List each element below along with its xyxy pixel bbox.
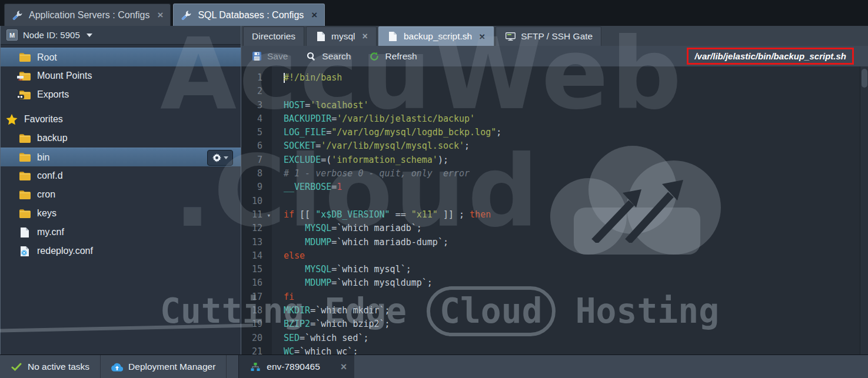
line-number: 5 [241,126,272,139]
folder-icon [19,134,31,143]
folder-icon [19,153,31,162]
item-settings-button[interactable] [207,150,233,166]
tab-application-servers-configs[interactable]: Application Servers : Configs × [4,4,171,26]
terminal-monitor-icon [504,32,516,41]
file-path: /var/lib/jelastic/bin/backup_script.sh [694,51,846,61]
line-number: 4 [241,112,272,126]
mysql-node-icon: M [6,29,18,41]
tree-item-mount-points[interactable]: Mount Points [1,66,241,85]
line-number: 12 [241,222,272,235]
tree-item-bin[interactable]: bin [1,148,241,166]
code-area[interactable]: #!/bin/bashHOST='localhost'BACKUPDIR='/v… [272,66,868,354]
file-tabbar: Directories mysql × backup_script.sh × [241,26,868,46]
tab-directories[interactable]: Directories [243,26,304,46]
code-line [284,85,868,98]
code-line: BZIP2=`which bzip2`; [284,317,868,331]
editor-scrollbar[interactable] [860,66,868,354]
status-bar: No active tasks Deployment Manager env-7… [0,354,868,378]
window-tabbar: Application Servers : Configs × SQL Data… [0,0,868,26]
tree-item-keys[interactable]: keys [1,204,241,223]
refresh-button[interactable]: Refresh [368,51,417,62]
tree-item-label: my.cnf [37,227,64,237]
close-icon[interactable]: × [157,10,163,20]
tab-mysql[interactable]: mysql × [306,26,377,46]
tree-item-label: backup [37,133,68,143]
code-line: BACKUPDIR='/var/lib/jelastic/backup' [284,112,868,126]
search-icon [305,52,317,61]
directory-tree: RootMount PointsExportsFavoritesbackupbi… [1,45,241,260]
tree-item-backup[interactable]: backup [1,129,241,148]
line-number-gutter: 1234567891011▾12131415161718192021 [241,66,272,354]
code-line [284,195,868,208]
tab-sql-databases-configs[interactable]: SQL Databases : Configs × [173,4,325,26]
tab-backup-script[interactable]: backup_script.sh × [378,26,494,46]
tab-label: SQL Databases : Configs [198,10,304,21]
tree-item-favorites[interactable]: Favorites [1,110,241,129]
tree-item-label: Mount Points [37,71,92,81]
folder-icon [19,53,31,62]
save-button[interactable]: Save [251,51,288,62]
config-panel: Directories mysql × backup_script.sh × [241,26,868,354]
file-icon [315,32,327,41]
tree-item-root[interactable]: Root [1,48,241,66]
check-icon [11,363,22,371]
refresh-icon [368,52,380,61]
line-number: 1 [241,71,272,85]
code-line: MDUMP=`which mariadb-dump`; [284,236,868,249]
close-icon[interactable]: × [341,362,347,372]
tree-item-cron[interactable]: cron [1,185,241,204]
tree-item-redeploy-conf[interactable]: redeploy.conf [1,242,241,260]
close-icon[interactable]: × [363,32,368,41]
tree-item-label: redeploy.conf [37,246,93,256]
close-icon[interactable]: × [311,10,317,20]
file-gear-icon [19,246,31,256]
file-icon [387,32,399,41]
deployment-manager-button[interactable]: Deployment Manager [101,355,227,378]
search-label: Search [322,51,351,62]
code-editor[interactable]: 1234567891011▾12131415161718192021 #!/bi… [241,66,868,354]
wrench-icon [181,10,192,21]
code-line: fi [284,290,868,304]
environment-topology-icon [250,363,261,372]
line-number: 2 [241,85,272,98]
code-line: MKDIR=`which mkdir`; [284,304,868,317]
tasks-label: No active tasks [28,362,89,372]
node-selector[interactable]: M Node ID: 5905 [1,26,241,45]
line-number: 19 [241,317,272,331]
tab-sftp-ssh-gate[interactable]: SFTP / SSH Gate [495,26,601,46]
line-number: 21 [241,345,272,354]
tasks-status[interactable]: No active tasks [0,355,101,378]
fold-toggle-icon[interactable]: ▾ [267,209,271,222]
line-number: 11▾ [241,208,272,222]
wrench-icon [12,10,24,21]
tree-item-label: conf.d [37,170,63,181]
tree-item-conf-d[interactable]: conf.d [1,166,241,185]
folder-icon [19,190,31,199]
line-number: 7 [241,153,272,167]
code-line: LOG_FILE="/var/log/mysql/logdb_bckp.log"… [284,126,868,139]
tab-label: Application Servers : Configs [29,10,149,21]
code-line: MYSQL=`which mysql`; [284,263,868,276]
scrollbar-thumb[interactable] [862,69,867,88]
close-icon[interactable]: × [479,32,485,42]
save-floppy-icon [251,52,262,61]
code-line: MYSQL=`which mariadb`; [284,222,868,235]
tree-item-label: Favorites [24,114,63,125]
line-number: 15 [241,263,272,276]
line-number: 18 [241,304,272,317]
code-line: SOCKET='/var/lib/mysql/mysql.sock'; [284,139,868,153]
environment-tab[interactable]: env-7890465 × [238,355,354,378]
code-line: #!/bin/bash [284,71,868,85]
tab-label: Directories [252,31,295,42]
search-button[interactable]: Search [305,51,351,62]
line-number: 20 [241,332,272,345]
file-icon [19,228,31,237]
line-number: 6 [241,139,272,153]
line-number: 16 [241,276,272,290]
editor-toolbar: Save Search Refresh /var/lib/jelastic/bi… [241,46,868,66]
tree-item-label: keys [37,208,56,219]
tree-item-label: cron [37,189,55,200]
tree-item-exports[interactable]: Exports [1,85,241,104]
line-number: 3 [241,99,272,112]
tree-item-my-cnf[interactable]: my.cnf [1,223,241,242]
